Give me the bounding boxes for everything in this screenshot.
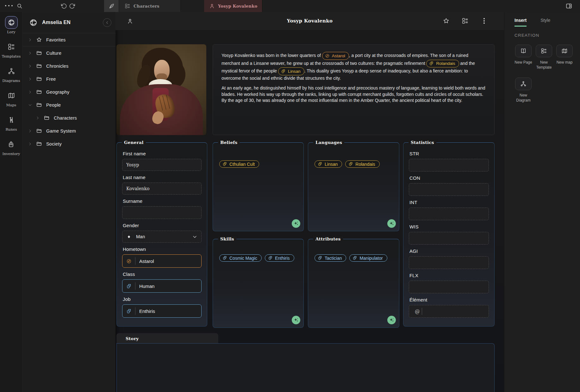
chevron-right-icon[interactable] — [28, 38, 32, 42]
section-general: General First name Last name Surname Gen… — [116, 142, 207, 327]
toggle-right-panel-icon[interactable] — [565, 3, 572, 9]
flx-input[interactable] — [409, 281, 489, 293]
tag-label: Enthiris — [275, 256, 290, 261]
wis-input[interactable] — [409, 232, 489, 245]
biography-card[interactable]: Yosyp Kovalenko was born in the lower qu… — [213, 44, 495, 135]
tag-tactician[interactable]: Tactician — [315, 254, 346, 262]
rail-label: Runes — [5, 127, 17, 132]
sidebar-item-favorites[interactable]: Favorites — [23, 33, 115, 47]
tab-insert[interactable]: Insert — [515, 18, 527, 27]
tab-characters[interactable]: Characters — [119, 0, 181, 12]
chevron-right-icon[interactable] — [28, 90, 32, 94]
folder-icon — [44, 115, 50, 121]
ai-generate-button[interactable] — [387, 219, 396, 228]
new-diagram-button[interactable]: New Diagram — [515, 78, 532, 103]
con-input[interactable] — [409, 183, 489, 196]
class-input[interactable]: Human — [122, 279, 202, 293]
tag-label: Rolandais — [436, 60, 455, 67]
chevron-right-icon[interactable] — [35, 116, 40, 120]
sidebar-item-culture[interactable]: Culture — [23, 47, 115, 59]
general-fields: First name Last name Surname Gender Man … — [117, 143, 207, 318]
sidebar-collapse-button[interactable] — [103, 18, 111, 27]
masks-icon — [352, 256, 357, 260]
button-label: New Page — [515, 60, 532, 65]
beliefs-tags: Cthulian Cult — [213, 143, 303, 168]
new-map-button[interactable]: New map — [556, 45, 573, 70]
sidebar-item-people[interactable]: People — [23, 98, 115, 111]
tag-rolandais[interactable]: Rolandais — [426, 60, 459, 68]
rail-item-templates[interactable]: Templates — [2, 40, 21, 59]
chevron-down-icon[interactable] — [28, 103, 32, 107]
sidebar-item-chronicles[interactable]: Chronicles — [23, 59, 115, 72]
templates-icon — [5, 40, 18, 53]
template-view-icon[interactable] — [462, 17, 469, 24]
field-label: Gender — [123, 223, 202, 228]
attributes-tags: Tactician Manipulator — [308, 239, 399, 262]
tag-cthulian-cult[interactable]: Cthulian Cult — [219, 160, 259, 168]
rail-item-lory[interactable]: Lory — [5, 16, 18, 34]
chevron-right-icon[interactable] — [28, 142, 32, 146]
new-page-button[interactable]: New Page — [515, 45, 532, 70]
favorite-star-icon[interactable] — [443, 17, 450, 24]
tab-yosyp-kovalenko[interactable]: Yosyp Kovalenko — [204, 0, 262, 12]
gender-value: Man — [136, 234, 192, 239]
tab-style[interactable]: Style — [540, 18, 550, 27]
section-languages: Languages Linsan Rolandais — [308, 142, 399, 231]
map-icon — [556, 45, 573, 57]
tag-rolandais[interactable]: Rolandais — [345, 160, 379, 168]
sidebar-item-society[interactable]: Society — [23, 137, 115, 150]
redo-icon[interactable] — [69, 3, 75, 9]
gender-select[interactable]: Man — [122, 231, 202, 243]
int-input[interactable] — [409, 208, 489, 220]
agi-input[interactable] — [409, 256, 489, 269]
search-icon[interactable] — [16, 3, 23, 9]
hometown-input[interactable]: Astarol — [122, 254, 202, 268]
section-attributes: Attributes Tactician Manipulator — [308, 239, 399, 328]
chevron-right-icon[interactable] — [28, 129, 32, 133]
tag-astarol[interactable]: Astarol — [322, 52, 349, 60]
last-name-input[interactable] — [122, 183, 202, 195]
rail-item-maps[interactable]: Maps — [5, 89, 18, 107]
rune-icon — [5, 114, 18, 126]
surname-input[interactable] — [122, 206, 202, 219]
sparkle-icon — [389, 221, 394, 226]
ai-generate-button[interactable] — [387, 316, 396, 324]
ai-generate-button[interactable] — [292, 316, 300, 324]
book-icon — [515, 45, 532, 57]
tag-label: Cosmic Magic — [229, 256, 257, 261]
rail-item-inventory[interactable]: Inventory — [2, 138, 20, 156]
chevron-right-icon[interactable] — [28, 51, 32, 55]
folder-icon — [36, 50, 42, 56]
new-template-button[interactable]: New Template — [535, 45, 553, 70]
tag-manipulator[interactable]: Manipulator — [349, 254, 387, 262]
character-portrait[interactable] — [116, 44, 206, 135]
ai-generate-button[interactable] — [292, 219, 300, 228]
chevron-right-icon[interactable] — [28, 64, 32, 68]
sidebar-item-geography[interactable]: Geography — [23, 85, 115, 98]
tag-linsan[interactable]: Linsan — [315, 160, 342, 168]
window-menu-dots-icon[interactable] — [5, 5, 13, 6]
sidebar-item-characters[interactable]: Characters — [23, 111, 115, 124]
story-editor[interactable] — [116, 343, 495, 392]
tag-linsan[interactable]: Linsan — [278, 67, 304, 75]
more-options-icon[interactable] — [481, 17, 488, 24]
job-input[interactable]: Enthiris — [122, 304, 202, 318]
element-input[interactable]: @ — [409, 305, 489, 318]
rail-item-runes[interactable]: Runes — [5, 114, 18, 132]
story-tab[interactable]: Story — [116, 333, 218, 344]
sidebar-item-game-system[interactable]: Game System — [23, 124, 115, 137]
str-input[interactable] — [409, 159, 489, 171]
first-name-input[interactable] — [122, 159, 202, 171]
masks-icon — [268, 256, 273, 260]
tab-editor[interactable] — [104, 0, 119, 12]
field-label: CON — [409, 175, 489, 181]
undo-icon[interactable] — [61, 3, 67, 9]
sidebar-item-free[interactable]: Free — [23, 72, 115, 85]
masks-icon — [122, 283, 135, 289]
rail-item-diagrams[interactable]: Diagrams — [2, 65, 20, 83]
chevron-right-icon[interactable] — [28, 77, 32, 81]
masks-icon — [281, 69, 286, 74]
workspace-header: Amselia EN — [23, 12, 115, 33]
tag-cosmic-magic[interactable]: Cosmic Magic — [219, 254, 262, 262]
tag-enthiris[interactable]: Enthiris — [265, 254, 294, 262]
